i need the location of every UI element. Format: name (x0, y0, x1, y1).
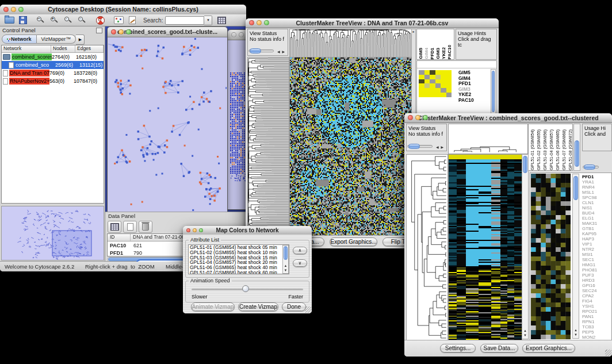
gene-label[interactable]: PHO81 (582, 267, 611, 273)
gene-label[interactable]: FIG4 (582, 298, 611, 304)
main-titlebar[interactable]: Cytoscape Desktop (Session Name: collins… (0, 5, 246, 15)
float-panel-icon[interactable] (96, 28, 102, 33)
network-row[interactable]: DNA and Tran 07 769(0) 183728(0) (2, 69, 104, 77)
network-row[interactable]: combined_sco 2569(6) 13112(15) (2, 61, 104, 69)
gene-label[interactable]: PUF3 (582, 273, 611, 278)
column-label[interactable]: GPL51-01 (GSM854) (530, 129, 536, 170)
gene-label[interactable]: NTR2 (582, 247, 611, 252)
zoom-out-button[interactable]: − (34, 15, 47, 25)
slider-thumb[interactable] (408, 144, 420, 149)
open-session-button[interactable] (3, 15, 16, 25)
minimize-icon[interactable] (118, 29, 124, 35)
gene-label[interactable]: BUD4 (582, 210, 611, 216)
column-label[interactable]: YKE2 (441, 47, 446, 59)
tv2-settings-button[interactable]: Settings... (440, 344, 476, 352)
gene-label[interactable]: KAP95 (582, 231, 611, 236)
gene-label[interactable]: GPI16 (582, 283, 611, 288)
gene-label[interactable]: MAK31 (582, 221, 611, 226)
slider-arrows-icon[interactable]: ◀ ▶ (436, 144, 444, 150)
tv2-label-scrollbar[interactable] (573, 124, 580, 171)
scroll-down-icon[interactable]: ▼ (522, 334, 528, 338)
close-icon[interactable] (231, 32, 236, 37)
minimize-icon[interactable] (193, 228, 197, 232)
resize-grip[interactable] (305, 306, 311, 313)
tab-vizmapper[interactable]: VizMapper™ (37, 35, 76, 44)
gene-label[interactable]: SPC98 (582, 195, 611, 200)
gene-label[interactable]: ELG1 (582, 216, 611, 221)
tv1-column-dendrogram[interactable] (290, 29, 411, 57)
network-view-1-canvas[interactable] (108, 37, 227, 212)
close-icon[interactable] (249, 20, 254, 25)
network-row[interactable]: RNAPuberNov2+ 563(0) 107847(0) (2, 77, 104, 85)
column-label[interactable]: GPL51-04 (GSM857) (549, 129, 554, 170)
zoom-in-button[interactable]: + (48, 15, 60, 25)
gene-label[interactable]: YRA1 (582, 179, 611, 185)
scroll-up-icon[interactable]: ▲ (573, 328, 579, 332)
column-label[interactable]: GPL51-02 (GSM855) (536, 129, 542, 170)
tv1-export-graphics-button[interactable]: Export Graphics... (330, 237, 377, 246)
slider-thumb[interactable] (584, 164, 595, 170)
gene-label[interactable]: NIS1 (582, 205, 611, 210)
zoom-window-icon[interactable] (18, 7, 24, 12)
done-button[interactable]: Done (282, 302, 306, 311)
network-overview-button[interactable] (112, 15, 125, 25)
scroll-down-icon[interactable]: ▼ (573, 333, 579, 337)
window-controls[interactable] (3, 7, 24, 12)
tv2-selected-cluster-heatmap[interactable] (531, 174, 571, 339)
close-icon[interactable] (186, 228, 190, 232)
tv1-status-slider[interactable]: ◀ ▶ (248, 48, 285, 54)
tabs-overflow-button[interactable]: ▶ (76, 35, 85, 45)
treeview1-titlebar[interactable]: ClusterMaker TreeView : DNA and Tran 07-… (246, 18, 499, 28)
vscroll-thumb[interactable] (573, 176, 578, 200)
vscroll-thumb[interactable] (284, 246, 288, 260)
treeview2-titlebar[interactable]: ClusterMaker TreeView : combined_scores_… (404, 113, 612, 123)
vscroll-thumb[interactable] (492, 71, 495, 112)
network-list-header[interactable]: Network Nodes Edges (2, 45, 104, 53)
minimize-icon[interactable] (257, 20, 262, 25)
delete-attribute-button[interactable] (139, 221, 152, 233)
tv2-row-dendrogram[interactable] (407, 155, 447, 340)
tv2-zoom-slider[interactable] (583, 164, 610, 170)
gene-label[interactable]: PFD1 (582, 174, 611, 179)
column-label[interactable]: GIM3 (435, 48, 441, 59)
network-window-2-titlebar[interactable] (228, 30, 246, 40)
search-dropdown-button[interactable]: ▼ (204, 16, 212, 25)
gene-label[interactable]: TCB3 (582, 324, 611, 329)
select-attributes-button[interactable] (108, 221, 121, 233)
gene-label[interactable]: RPO21 (582, 309, 611, 314)
column-label[interactable]: GPL51-06 (GSM865) (555, 129, 561, 170)
gene-label[interactable]: HMG1 (582, 262, 611, 267)
network-view-2-canvas[interactable] (228, 40, 246, 209)
column-label[interactable]: GIM5 (418, 48, 423, 59)
help-button[interactable] (94, 15, 106, 25)
search-input[interactable] (165, 16, 204, 25)
gene-label[interactable]: PEP5 (582, 329, 611, 335)
save-session-button[interactable] (17, 15, 29, 25)
gene-label[interactable]: MON2 (582, 335, 611, 339)
zoom-window-icon[interactable] (423, 115, 428, 120)
gene-label[interactable]: SEC24 (582, 288, 611, 293)
zoom-fit-button[interactable]: · (62, 15, 74, 25)
attribute-item[interactable]: GPL51-07 (GSM868) heat shock 60 min (189, 270, 289, 274)
column-label[interactable]: PFD1 (430, 48, 435, 59)
column-label[interactable]: GPL51-03 (GSM856) (542, 129, 548, 170)
slider-thumb[interactable] (250, 48, 261, 53)
tv2-save-data-button[interactable]: Save Data... (480, 344, 518, 352)
move-down-button[interactable]: ∨ (293, 259, 307, 267)
gene-label[interactable]: PAC10 (458, 98, 490, 104)
resize-grip[interactable] (605, 350, 611, 356)
column-label[interactable]: GPL51-07 (GSM868) (561, 129, 567, 170)
slider-arrows-icon[interactable]: ◀ ▶ (277, 49, 285, 55)
create-vizmap-button[interactable]: Create Vizmap (238, 302, 278, 311)
gene-label[interactable]: RNR4 (582, 185, 611, 190)
column-label[interactable]: PAC10 (447, 45, 452, 59)
gene-label[interactable]: MSI1 (582, 252, 611, 257)
animate-vizmap-button[interactable]: Animate Vizmap (191, 302, 235, 311)
dialog-titlebar[interactable]: Map Colors to Network (183, 226, 312, 235)
attribute-browser-button[interactable] (215, 15, 228, 25)
gene-label[interactable]: MSL1 (582, 190, 611, 195)
gene-label[interactable]: YSH1 (582, 304, 611, 309)
tv1-row-dendrogram[interactable] (248, 58, 289, 236)
column-label[interactable]: GIM4 (424, 48, 429, 59)
close-icon[interactable] (111, 29, 116, 35)
